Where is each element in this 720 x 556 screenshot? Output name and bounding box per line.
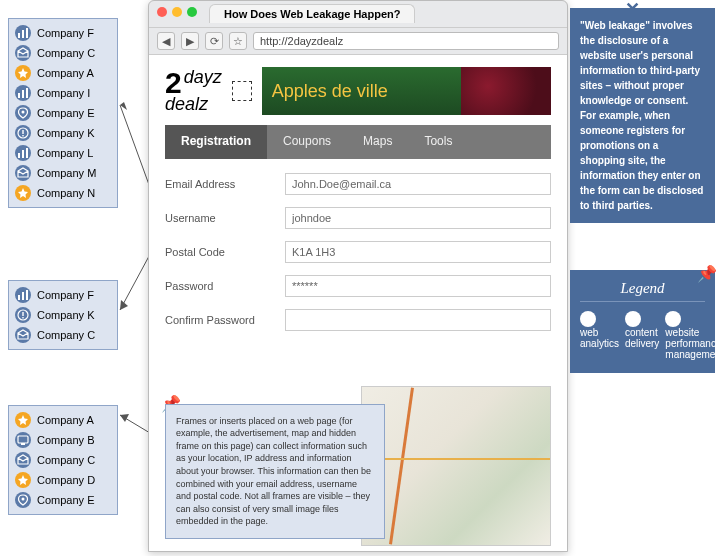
postal-label: Postal Code bbox=[165, 246, 275, 258]
company-row: Company C bbox=[15, 325, 111, 345]
company-row: Company E bbox=[15, 490, 111, 510]
company-name: Company I bbox=[37, 87, 90, 99]
delivery-icon bbox=[15, 452, 31, 468]
company-name: Company C bbox=[37, 47, 95, 59]
perf-icon bbox=[15, 185, 31, 201]
browser-tab[interactable]: How Does Web Leakage Happen? bbox=[209, 4, 415, 23]
info-note: Frames or inserts placed on a web page (… bbox=[165, 404, 385, 539]
confirm-field[interactable] bbox=[285, 309, 551, 331]
company-name: Company L bbox=[37, 147, 93, 159]
company-name: Company N bbox=[37, 187, 95, 199]
explanation-panel: "Web leakage" involves the disclosure of… bbox=[570, 8, 715, 223]
local-icon bbox=[15, 105, 31, 121]
nav-tabs: Registration Coupons Maps Tools bbox=[165, 125, 551, 159]
company-name: Company A bbox=[37, 414, 94, 426]
username-label: Username bbox=[165, 212, 275, 224]
company-name: Company K bbox=[37, 127, 94, 139]
mkt-icon bbox=[15, 307, 31, 323]
company-row: Company C bbox=[15, 43, 111, 63]
delivery-icon bbox=[625, 311, 641, 327]
perf-icon bbox=[15, 412, 31, 428]
registration-form: Email Address Username Postal Code Passw… bbox=[165, 173, 551, 331]
perf-icon bbox=[15, 65, 31, 81]
company-row: Company F bbox=[15, 285, 111, 305]
url-bar[interactable]: http://2dayzdealz bbox=[253, 32, 559, 50]
analytics-icon bbox=[15, 85, 31, 101]
browser-toolbar: ◀ ▶ ⟳ ☆ http://2dayzdealz bbox=[149, 27, 567, 55]
tab-maps[interactable]: Maps bbox=[347, 125, 408, 159]
company-name: Company A bbox=[37, 67, 94, 79]
company-name: Company F bbox=[37, 27, 94, 39]
company-box-top: Company FCompany CCompany ACompany IComp… bbox=[8, 18, 118, 208]
delivery-icon bbox=[15, 45, 31, 61]
company-row: Company D bbox=[15, 470, 111, 490]
local-icon bbox=[15, 492, 31, 508]
company-row: Company A bbox=[15, 410, 111, 430]
tab-registration[interactable]: Registration bbox=[165, 125, 267, 159]
fwd-button[interactable]: ▶ bbox=[181, 32, 199, 50]
mkt-icon bbox=[15, 125, 31, 141]
company-row: Company E bbox=[15, 103, 111, 123]
email-field[interactable] bbox=[285, 173, 551, 195]
legend-row: web analytics bbox=[580, 311, 619, 349]
tab-tools[interactable]: Tools bbox=[408, 125, 468, 159]
company-name: Company C bbox=[37, 329, 95, 341]
analytics-icon bbox=[15, 25, 31, 41]
company-row: Company N bbox=[15, 183, 111, 203]
reload-button[interactable]: ⟳ bbox=[205, 32, 223, 50]
analytics-icon bbox=[15, 145, 31, 161]
company-row: Company C bbox=[15, 450, 111, 470]
map-frame[interactable] bbox=[361, 386, 551, 546]
company-box-bot: Company ACompany BCompany CCompany DComp… bbox=[8, 405, 118, 515]
password-field[interactable] bbox=[285, 275, 551, 297]
company-row: Company K bbox=[15, 305, 111, 325]
company-name: Company B bbox=[37, 434, 94, 446]
delivery-icon bbox=[15, 327, 31, 343]
company-name: Company E bbox=[37, 107, 94, 119]
company-row: Company K bbox=[15, 123, 111, 143]
traffic-lights bbox=[157, 7, 197, 17]
email-label: Email Address bbox=[165, 178, 275, 190]
company-name: Company E bbox=[37, 494, 94, 506]
password-label: Password bbox=[165, 280, 275, 292]
legend-panel: 📌 Legend web analyticscontent deliverywe… bbox=[570, 270, 715, 373]
company-name: Company C bbox=[37, 454, 95, 466]
company-name: Company F bbox=[37, 289, 94, 301]
postal-field[interactable] bbox=[285, 241, 551, 263]
site-logo: 2dayzdealz bbox=[165, 69, 222, 112]
legend-title: Legend bbox=[580, 280, 705, 302]
pushpin-icon: 📌 bbox=[697, 264, 717, 283]
company-name: Company D bbox=[37, 474, 95, 486]
company-row: Company F bbox=[15, 23, 111, 43]
page-content: 2dayzdealz Apples de ville Registration … bbox=[149, 55, 567, 551]
legend-label: content delivery bbox=[625, 327, 659, 349]
tab-coupons[interactable]: Coupons bbox=[267, 125, 347, 159]
ad-banner[interactable]: Apples de ville bbox=[262, 67, 551, 115]
star-button[interactable]: ☆ bbox=[229, 32, 247, 50]
company-row: Company M bbox=[15, 163, 111, 183]
perf-icon bbox=[15, 472, 31, 488]
company-name: Company M bbox=[37, 167, 96, 179]
adv-icon bbox=[15, 432, 31, 448]
back-button[interactable]: ◀ bbox=[157, 32, 175, 50]
company-box-mid: Company FCompany KCompany C bbox=[8, 280, 118, 350]
legend-label: website performance management bbox=[665, 327, 720, 360]
delivery-icon bbox=[15, 165, 31, 181]
company-row: Company A bbox=[15, 63, 111, 83]
company-name: Company K bbox=[37, 309, 94, 321]
analytics-icon bbox=[580, 311, 596, 327]
username-field[interactable] bbox=[285, 207, 551, 229]
analytics-icon bbox=[15, 287, 31, 303]
company-row: Company I bbox=[15, 83, 111, 103]
legend-row: website performance management bbox=[665, 311, 720, 360]
legend-row: content delivery bbox=[625, 311, 659, 349]
browser-window: How Does Web Leakage Happen? ◀ ▶ ⟳ ☆ htt… bbox=[148, 0, 568, 552]
legend-label: web analytics bbox=[580, 327, 619, 349]
hidden-frame-icon bbox=[232, 81, 252, 101]
perf-icon bbox=[665, 311, 681, 327]
company-row: Company L bbox=[15, 143, 111, 163]
company-row: Company B bbox=[15, 430, 111, 450]
confirm-label: Confirm Password bbox=[165, 314, 275, 326]
